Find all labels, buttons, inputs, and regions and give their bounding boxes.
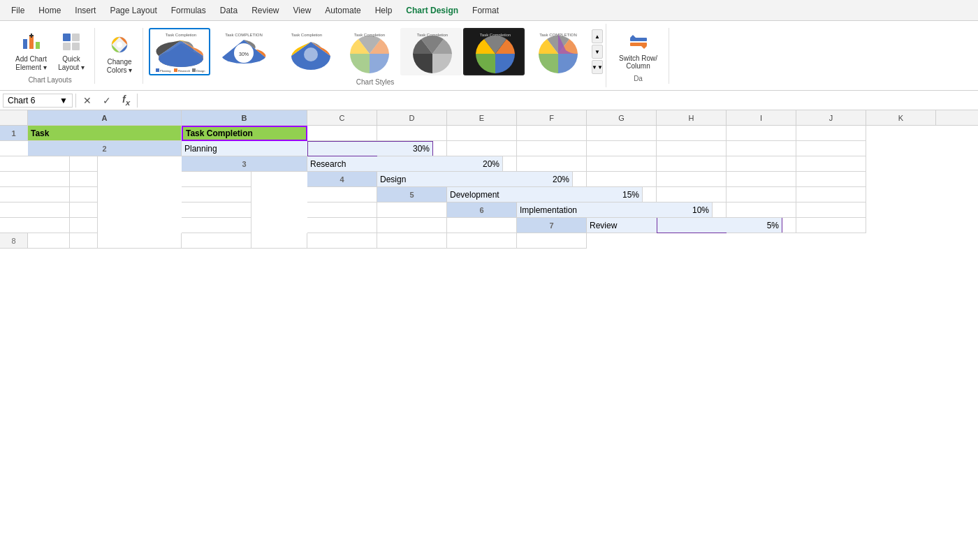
- menu-home[interactable]: Home: [33, 3, 66, 18]
- col-header-e[interactable]: E: [447, 110, 517, 125]
- menu-page-layout[interactable]: Page Layout: [104, 3, 162, 18]
- menu-format[interactable]: Format: [467, 3, 504, 18]
- cell-c3[interactable]: [447, 156, 517, 172]
- menu-data[interactable]: Data: [214, 3, 243, 18]
- cell-i6[interactable]: [307, 218, 377, 233]
- menu-help[interactable]: Help: [370, 3, 398, 18]
- change-colors-btn[interactable]: ChangeColors ▾: [102, 32, 137, 78]
- menu-review[interactable]: Review: [246, 3, 284, 18]
- cell-row8-col2[interactable]: [307, 233, 377, 249]
- cell-d4[interactable]: [587, 172, 657, 187]
- cell-k6[interactable]: [447, 218, 517, 233]
- menu-formulas[interactable]: Formulas: [166, 3, 212, 18]
- name-box-dropdown[interactable]: ▼: [59, 96, 68, 105]
- name-box[interactable]: Chart 6 ▼: [3, 94, 73, 108]
- cell-row8-col0[interactable]: [28, 233, 182, 249]
- cell-k2[interactable]: [28, 156, 98, 172]
- menu-chart-design[interactable]: Chart Design: [400, 3, 464, 18]
- chart-style-6[interactable]: Task Completion: [463, 28, 525, 75]
- cell-e4[interactable]: [657, 172, 727, 187]
- cell-j4[interactable]: [182, 187, 251, 202]
- cell-k4[interactable]: [307, 187, 377, 202]
- cell-e3[interactable]: [587, 156, 657, 172]
- cell-d1[interactable]: [377, 126, 447, 141]
- col-header-d[interactable]: D: [377, 110, 447, 125]
- cell-e2[interactable]: [517, 141, 587, 156]
- formula-input[interactable]: [140, 94, 975, 107]
- gallery-scroll-down[interactable]: ▼: [592, 45, 603, 59]
- cell-d7[interactable]: [796, 218, 866, 233]
- cell-d5[interactable]: [657, 187, 727, 202]
- col-header-b[interactable]: B: [182, 110, 307, 125]
- menu-automate[interactable]: Automate: [319, 3, 366, 18]
- menu-file[interactable]: File: [6, 3, 30, 18]
- cell-h5[interactable]: [28, 202, 98, 218]
- cell-h3[interactable]: [796, 156, 866, 172]
- cell-c1[interactable]: [307, 126, 377, 141]
- cell-d3[interactable]: [517, 156, 587, 172]
- col-header-c[interactable]: C: [307, 110, 377, 125]
- cell-row8-col3[interactable]: [377, 233, 447, 249]
- cell-j5[interactable]: [307, 202, 377, 218]
- col-header-h[interactable]: H: [657, 110, 727, 125]
- cell-d2[interactable]: [447, 141, 517, 156]
- cell-c4[interactable]: [517, 172, 587, 187]
- cell-k5[interactable]: [377, 202, 447, 218]
- cell-c5[interactable]: [587, 187, 657, 202]
- menu-view[interactable]: View: [288, 3, 317, 18]
- cell-h6[interactable]: [182, 218, 251, 233]
- cell-b1[interactable]: Task Completion: [182, 126, 307, 141]
- cell-k3[interactable]: [182, 172, 251, 187]
- menu-insert[interactable]: Insert: [69, 3, 101, 18]
- cell-e6[interactable]: [796, 202, 866, 218]
- col-header-f[interactable]: F: [517, 110, 587, 125]
- cell-c2[interactable]: [377, 141, 447, 156]
- switch-row-column-btn[interactable]: Switch Row/Column: [613, 29, 663, 73]
- cell-f5[interactable]: [796, 187, 866, 202]
- cell-e5[interactable]: [727, 187, 796, 202]
- cell-d6[interactable]: [727, 202, 796, 218]
- cell-f1[interactable]: [517, 126, 587, 141]
- cell-f2[interactable]: [587, 141, 657, 156]
- cell-e1[interactable]: [447, 126, 517, 141]
- col-header-g[interactable]: G: [587, 110, 657, 125]
- quick-layout-btn[interactable]: QuickLayout ▾: [54, 29, 89, 75]
- gallery-expand[interactable]: ▼▼: [592, 60, 603, 74]
- gallery-scroll-up[interactable]: ▲: [592, 29, 603, 43]
- cell-k7[interactable]: [517, 233, 587, 249]
- chart-style-5[interactable]: Task Completion: [400, 28, 462, 75]
- col-header-k[interactable]: K: [866, 110, 936, 125]
- chart-style-7[interactable]: Task COMPLETION: [526, 28, 587, 75]
- col-header-j[interactable]: J: [796, 110, 866, 125]
- cell-c7[interactable]: [727, 218, 796, 233]
- cell-f4[interactable]: [727, 172, 796, 187]
- chart-style-1[interactable]: Task Completion Plann: [149, 28, 210, 75]
- cell-g2[interactable]: [657, 141, 727, 156]
- cell-f3[interactable]: [657, 156, 727, 172]
- cell-g6[interactable]: [28, 218, 98, 233]
- cell-j7[interactable]: [447, 233, 517, 249]
- cell-g1[interactable]: [587, 126, 657, 141]
- cell-h2[interactable]: [727, 141, 796, 156]
- cell-i2[interactable]: [796, 141, 866, 156]
- cell-i1[interactable]: [727, 126, 796, 141]
- chart-style-4[interactable]: Task Completion: [337, 28, 399, 75]
- cell-a1[interactable]: Task: [28, 126, 182, 141]
- cell-row8-col1[interactable]: [182, 233, 307, 249]
- cell-h1[interactable]: [657, 126, 727, 141]
- formula-cancel-btn[interactable]: ✕: [79, 94, 96, 108]
- chart-style-3[interactable]: Task Completion: [275, 28, 336, 75]
- cell-c6[interactable]: [657, 202, 727, 218]
- add-chart-element-btn[interactable]: Add ChartElement ▾: [11, 29, 51, 75]
- cell-g3[interactable]: [727, 156, 796, 172]
- col-header-i[interactable]: I: [727, 110, 796, 125]
- cell-j1[interactable]: [796, 126, 866, 141]
- cell-i4[interactable]: [28, 187, 98, 202]
- formula-confirm-btn[interactable]: ✓: [98, 94, 115, 108]
- col-header-a[interactable]: A: [28, 110, 182, 125]
- cell-j6[interactable]: [377, 218, 447, 233]
- cell-i5[interactable]: [182, 202, 251, 218]
- chart-style-2[interactable]: Task COMPLETION 30%: [212, 28, 273, 75]
- cell-g4[interactable]: [796, 172, 866, 187]
- cell-j3[interactable]: [28, 172, 98, 187]
